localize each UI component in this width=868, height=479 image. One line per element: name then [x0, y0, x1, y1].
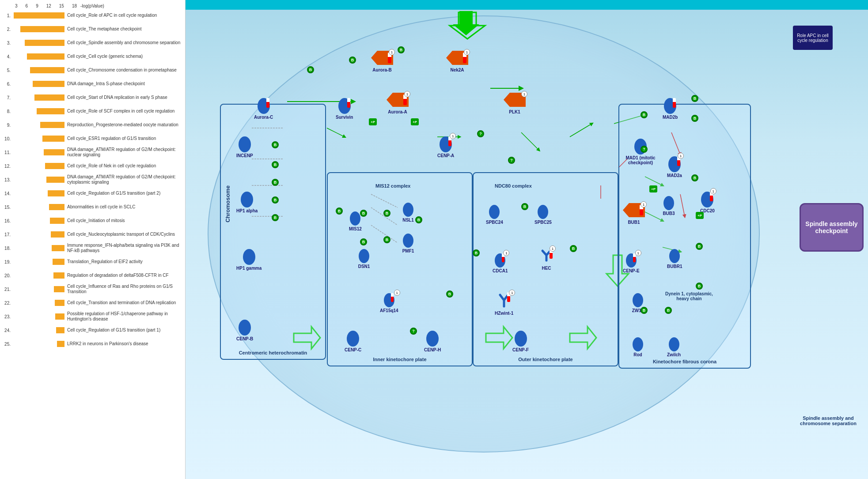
nek2a-label: Nek2A — [450, 68, 464, 72]
svg-rect-33 — [347, 98, 350, 108]
survivin-node[interactable]: Survivin — [336, 96, 353, 120]
bub1-node[interactable]: 1 BUB1 — [623, 203, 645, 225]
pathway-label-22: Cell cycle_Transition and termination of… — [67, 300, 183, 306]
pmf1-node[interactable]: PMF1 — [402, 232, 414, 253]
badge-b-mis4: B — [360, 238, 367, 245]
af15q14-node[interactable]: 1 AF15q14 — [380, 291, 398, 313]
sac-box[interactable]: Spindle assembly checkpoint — [800, 203, 864, 252]
rod-node[interactable]: Rod — [632, 336, 644, 357]
hp1gamma-label: HP1 gamma — [236, 266, 262, 271]
badge-q1: ? — [477, 130, 484, 137]
pathway-item-1[interactable]: 1. Cell cycle_Role of APC in cell cycle … — [2, 9, 183, 22]
aurora-a-node[interactable]: 1 Aurora-A — [387, 93, 409, 114]
cdc20-node[interactable]: 1 CDC20 — [700, 190, 715, 213]
cdca1-node[interactable]: 1 CDCA1 — [493, 252, 508, 273]
pathway-number-9: 9. — [2, 123, 11, 128]
badge-b-right3: B — [691, 115, 698, 122]
hec-node[interactable]: 1 HEC — [539, 247, 554, 271]
pathway-item-16[interactable]: 16. Cell cycle_Initiation of mitosis — [2, 215, 183, 227]
pathway-item-5[interactable]: 5. Cell cycle_Chromosome condensation in… — [2, 64, 183, 76]
bubr1-node[interactable]: BUBR1 — [667, 247, 682, 269]
spbc25-node[interactable]: SPBC25 — [534, 203, 552, 225]
pathway-item-18[interactable]: 18. Immune response_IFN-alpha/beta signa… — [2, 242, 183, 254]
aurora-c-node[interactable]: Aurora-C — [254, 96, 273, 120]
pathway-item-2[interactable]: 2. Cell cycle_The metaphase checkpoint — [2, 23, 183, 35]
spbc24-label: SPBC24 — [486, 220, 503, 225]
apc-box[interactable]: Role APC in cell cycle regulation — [793, 26, 833, 50]
bub3-label: BUB3 — [663, 211, 675, 216]
pathway-item-10[interactable]: 10. Cell cycle_ESR1 regulation of G1/S t… — [2, 132, 183, 145]
chromosome-label: Chromosome — [224, 185, 231, 223]
aurora-b-node[interactable]: 1 Aurora-B — [371, 51, 393, 72]
svg-point-47 — [403, 203, 413, 217]
pathway-item-12[interactable]: 12. Cell cycle_Role of Nek in cell cycle… — [2, 160, 183, 172]
mad1-node[interactable]: MAD1 (mitotic checkpoint) — [623, 137, 658, 165]
pathway-item-13[interactable]: 13. DNA damage_ATM/ATR regulation of G2/… — [2, 173, 183, 186]
aurora-b-label: Aurora-B — [372, 68, 391, 72]
hp1alpha-node[interactable]: HP1 alpha — [236, 190, 258, 213]
hp1gamma-node[interactable]: HP1 gamma — [236, 247, 262, 271]
badge-b-ok1: B — [521, 203, 528, 210]
pathway-item-22[interactable]: 22. Cell cycle_Transition and terminatio… — [2, 297, 183, 309]
tick-12: 12 — [46, 4, 51, 8]
incenp-node[interactable]: INCENP — [236, 135, 253, 158]
pathway-item-3[interactable]: 3. Cell cycle_Spindle assembly and chrom… — [2, 37, 183, 49]
pathway-number-15: 15. — [2, 205, 11, 210]
spindle-chr-sep-link[interactable]: Spindle assembly and chromosome separati… — [797, 415, 859, 426]
svg-point-72 — [426, 331, 439, 347]
svg-point-71 — [347, 331, 359, 347]
bar-area-8 — [11, 108, 64, 114]
hzwint1-label: HZwint-1 — [495, 311, 513, 316]
af15q14-label: AF15q14 — [380, 308, 398, 313]
cenpb-node[interactable]: CENP-B — [236, 318, 253, 341]
bar-area-18 — [11, 245, 64, 251]
mad2a-node[interactable]: 1 MAD2a — [667, 155, 682, 178]
cenpa-node[interactable]: 1 CENP-A — [437, 135, 454, 158]
zwilch-node[interactable]: Zwilch — [667, 336, 681, 357]
pathway-label-18: Immune response_IFN-alpha/beta signaling… — [67, 243, 183, 253]
bar-9 — [40, 122, 64, 128]
cenpc-node[interactable]: CENP-C — [345, 329, 361, 352]
bar-18 — [52, 245, 64, 251]
pathway-item-11[interactable]: 11. DNA damage_ATM/ATR regulation of G2/… — [2, 146, 183, 158]
pathway-item-15[interactable]: 15. Abnormalities in cell cycle in SCLC — [2, 201, 183, 213]
pathway-item-24[interactable]: 24. Cell cycle_Regulation of G1/S transi… — [2, 324, 183, 336]
bar-area-16 — [11, 218, 64, 224]
axis-ticks: 3 6 9 12 15 18 — [15, 4, 77, 8]
pathway-item-4[interactable]: 4. Cell cycle_Cell cycle (generic schema… — [2, 50, 183, 63]
badge-b-right6: B — [696, 283, 703, 290]
pathway-item-21[interactable]: 21. Cell cycle_Influence of Ras and Rho … — [2, 283, 183, 295]
bar-area-12 — [11, 163, 64, 169]
pathway-number-21: 21. — [2, 287, 11, 292]
mad2b-label: MAD2b — [663, 115, 678, 120]
cenpe-node[interactable]: 1 CENP-E — [623, 252, 640, 273]
pathway-item-20[interactable]: 20. Regulation of degradation of deltaF5… — [2, 269, 183, 282]
pathway-item-8[interactable]: 8. Cell cycle_Role of SCF complex in cel… — [2, 105, 183, 117]
spbc24-node[interactable]: SPBC24 — [486, 203, 503, 225]
pathway-item-7[interactable]: 7. Cell cycle_Start of DNA replication i… — [2, 91, 183, 104]
aurora-c-icon — [257, 96, 271, 114]
cenpf-node[interactable]: CENP-F — [512, 329, 529, 352]
cenph-node[interactable]: CENP-H — [424, 329, 441, 352]
pathway-number-20: 20. — [2, 273, 11, 278]
pathway-item-23[interactable]: 23. Possible regulation of HSF-1/chapero… — [2, 310, 183, 323]
pathway-item-17[interactable]: 17. Cell cycle_Nucleocytoplasmic transpo… — [2, 228, 183, 241]
pathway-item-19[interactable]: 19. Translation_Regulation of EIF2 activ… — [2, 256, 183, 268]
nsl1-node[interactable]: NSL1 — [402, 201, 414, 223]
tick-3: 3 — [15, 4, 18, 8]
badge-p4: +P — [696, 212, 704, 219]
bar-10 — [42, 136, 64, 142]
pathway-item-6[interactable]: 6. DNA damage_Intra S-phase checkpoint — [2, 78, 183, 90]
dsn1-node[interactable]: DSN1 — [358, 247, 370, 269]
plk1-node[interactable]: 1 PLK1 — [504, 93, 526, 114]
pathway-item-14[interactable]: 14. Cell cycle_Regulation of G1/S transi… — [2, 187, 183, 200]
pathway-item-9[interactable]: 9. Reproduction_Progesterone-mediated oo… — [2, 119, 183, 131]
cenpa-label: CENP-A — [437, 153, 454, 158]
pathway-item-25[interactable]: 25. LRRK2 in neurons in Parkinson's dise… — [2, 338, 183, 350]
bub3-node[interactable]: BUB3 — [663, 194, 675, 216]
nek2a-node[interactable]: 1 Nek2A — [446, 51, 468, 72]
hzwint1-node[interactable]: 1 HZwint-1 — [495, 291, 513, 316]
pathway-label-20: Regulation of degradation of deltaF508-C… — [67, 273, 183, 278]
svg-point-67 — [633, 293, 643, 307]
mad2b-node[interactable]: MAD2b — [663, 96, 678, 120]
